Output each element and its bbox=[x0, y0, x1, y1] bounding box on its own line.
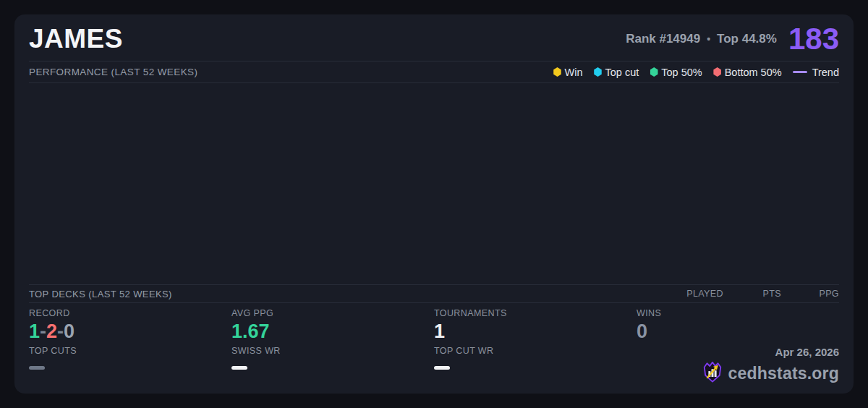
performance-chart bbox=[29, 83, 839, 284]
stat-label: WINS bbox=[637, 308, 839, 318]
rank-text: Rank #14949 bbox=[626, 32, 700, 46]
stat-tournaments: TOURNAMENTS 1 bbox=[434, 308, 637, 346]
record-losses: 2 bbox=[46, 320, 57, 342]
card-footer: Apr 26, 2026 cedhstats.org bbox=[637, 346, 839, 383]
record-wins: 1 bbox=[29, 320, 40, 342]
stat-label: SWISS WR bbox=[231, 346, 434, 356]
brand-text: cedhstats.org bbox=[728, 364, 839, 383]
top-decks-title: TOP DECKS (LAST 52 WEEKS) bbox=[29, 289, 172, 299]
stat-label: RECORD bbox=[29, 308, 231, 318]
player-name: JAMES bbox=[29, 24, 123, 54]
footer-date: Apr 26, 2026 bbox=[775, 346, 839, 358]
swiss-wr-placeholder-dash: — bbox=[231, 366, 247, 370]
column-header-played: PLAYED bbox=[665, 289, 723, 299]
legend-item-bottom-50: Bottom 50% bbox=[713, 67, 782, 78]
card-header: JAMES Rank #14949 • Top 44.8% 183 bbox=[29, 14, 839, 54]
stat-wins: WINS 0 bbox=[637, 308, 839, 346]
cedhstats-logo-icon bbox=[702, 360, 723, 386]
stat-avg-ppg: AVG PPG 1.67 bbox=[231, 308, 434, 346]
tournaments-value: 1 bbox=[434, 321, 637, 343]
record-draws: 0 bbox=[64, 320, 75, 342]
performance-title: PERFORMANCE (LAST 52 WEEKS) bbox=[29, 67, 197, 77]
stat-label: TOURNAMENTS bbox=[434, 308, 637, 318]
top-percent-text: Top 44.8% bbox=[717, 32, 777, 46]
rank-line: Rank #14949 • Top 44.8% bbox=[626, 32, 777, 46]
top-decks-section-header: TOP DECKS (LAST 52 WEEKS) PLAYED PTS PPG bbox=[29, 284, 839, 303]
top-decks-columns: PLAYED PTS PPG bbox=[665, 289, 839, 299]
legend-item-top-cut: Top cut bbox=[593, 67, 639, 78]
legend-item-win: Win bbox=[553, 67, 582, 78]
stat-record: RECORD 1-2-0 bbox=[29, 308, 231, 346]
legend-label: Trend bbox=[812, 67, 839, 78]
top-50-dot-icon bbox=[650, 67, 658, 77]
chart-legend: Win Top cut Top 50% Bottom 50% Trend bbox=[553, 67, 839, 78]
performance-section-header: PERFORMANCE (LAST 52 WEEKS) Win Top cut … bbox=[29, 61, 839, 83]
record-separator: - bbox=[40, 320, 46, 342]
legend-label: Top 50% bbox=[661, 67, 702, 78]
record-value: 1-2-0 bbox=[29, 321, 231, 343]
avg-ppg-value: 1.67 bbox=[231, 321, 434, 343]
header-right: Rank #14949 • Top 44.8% 183 bbox=[626, 24, 839, 54]
top-cut-wr-placeholder-dash: — bbox=[434, 366, 450, 370]
stat-label: TOP CUT WR bbox=[434, 346, 637, 356]
trend-line-icon bbox=[793, 71, 807, 73]
column-header-ppg: PPG bbox=[781, 289, 839, 299]
column-header-pts: PTS bbox=[723, 289, 781, 299]
stat-swiss-wr: SWISS WR — bbox=[231, 346, 434, 383]
stat-label: TOP CUTS bbox=[29, 346, 231, 356]
wins-value: 0 bbox=[637, 321, 839, 343]
stats-grid: RECORD 1-2-0 AVG PPG 1.67 TOURNAMENTS 1 … bbox=[29, 303, 839, 383]
record-separator: - bbox=[57, 320, 64, 342]
player-score: 183 bbox=[788, 24, 839, 54]
top-cuts-placeholder-dash: — bbox=[29, 366, 45, 370]
legend-label: Win bbox=[564, 67, 582, 78]
legend-item-trend: Trend bbox=[793, 67, 839, 78]
stat-label: AVG PPG bbox=[231, 308, 434, 318]
brand-row: cedhstats.org bbox=[702, 360, 839, 386]
stat-top-cuts: TOP CUTS — bbox=[29, 346, 231, 383]
win-dot-icon bbox=[553, 67, 561, 77]
legend-label: Bottom 50% bbox=[725, 67, 782, 78]
bottom-50-dot-icon bbox=[713, 67, 722, 77]
player-stats-card: JAMES Rank #14949 • Top 44.8% 183 PERFOR… bbox=[14, 14, 854, 394]
stat-top-cut-wr: TOP CUT WR — bbox=[434, 346, 637, 383]
legend-item-top-50: Top 50% bbox=[650, 67, 702, 78]
rank-separator: • bbox=[707, 33, 710, 45]
legend-label: Top cut bbox=[605, 67, 639, 78]
top-cut-dot-icon bbox=[593, 67, 602, 77]
